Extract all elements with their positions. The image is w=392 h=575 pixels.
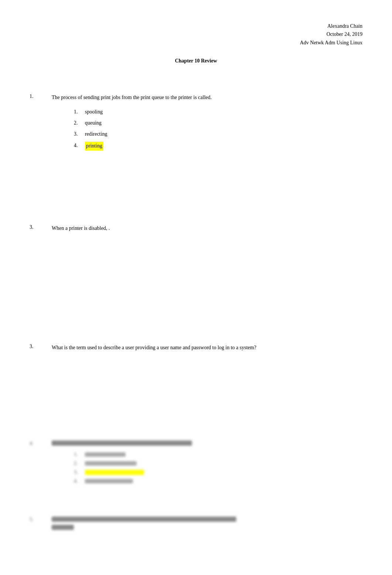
question-3a-text: When a printer is disabled, . <box>52 224 362 232</box>
answer-1-1: 1. spooling <box>74 108 362 116</box>
course: Adv Netwk Adm Using Linux <box>30 39 362 47</box>
question-1-number: 1. <box>30 93 52 102</box>
blurred-q5-text <box>52 517 236 522</box>
question-3b-block: 3. What is the term used to describe a u… <box>30 344 362 352</box>
question-3b-number: 3. <box>30 344 52 352</box>
date: October 24, 2019 <box>30 30 362 38</box>
blurred-ans-4-2 <box>85 461 137 466</box>
answer-1-3-text: redirecting <box>85 130 107 138</box>
author-name: Alexandra Chain <box>30 22 362 30</box>
blurred-q4-text <box>52 440 192 446</box>
page: Alexandra Chain October 24, 2019 Adv Net… <box>0 0 392 575</box>
question-3a-block: 3. When a printer is disabled, . <box>30 224 362 232</box>
answer-1-4-text: printing <box>85 142 103 150</box>
blurred-answer-list-4: 1. 2. 3. 4. <box>74 452 362 484</box>
answer-1-4-num: 4. <box>74 142 85 150</box>
question-3b-text: What is the term used to describe a user… <box>52 344 362 352</box>
question-3b-main: 3. What is the term used to describe a u… <box>30 344 362 352</box>
blurred-ans-4-4 <box>85 479 133 483</box>
question-1-main: 1. The process of sending print jobs fro… <box>30 93 362 102</box>
answer-1-3: 3. redirecting <box>74 130 362 138</box>
answer-list-1: 1. spooling 2. queuing 3. redirecting 4.… <box>74 108 362 151</box>
answer-1-1-text: spooling <box>85 108 103 116</box>
blurred-q5-num: 5. <box>30 517 52 523</box>
answer-1-2-text: queuing <box>85 119 102 127</box>
answer-1-1-num: 1. <box>74 108 85 116</box>
question-3a-number: 3. <box>30 224 52 232</box>
blurred-q5-text2 <box>52 525 74 530</box>
blurred-answer-4-1: 1. <box>74 452 362 457</box>
blurred-section-4: 4. 1. 2. 3. 4. <box>30 440 362 484</box>
question-1-block: 1. The process of sending print jobs fro… <box>30 93 362 150</box>
blurred-answer-4-3: 3. <box>74 469 362 475</box>
blurred-section-5: 5. <box>30 517 362 531</box>
blurred-answer-4-2: 2. <box>74 460 362 466</box>
question-3a-main: 3. When a printer is disabled, . <box>30 224 362 232</box>
blurred-q4-num: 4. <box>30 440 52 446</box>
blurred-answer-4-4: 4. <box>74 478 362 484</box>
page-title: Chapter 10 Review <box>30 58 362 64</box>
answer-1-3-num: 3. <box>74 130 85 138</box>
header-info: Alexandra Chain October 24, 2019 Adv Net… <box>30 22 362 47</box>
answer-1-2-num: 2. <box>74 119 85 127</box>
answer-1-4: 4. printing <box>74 142 362 150</box>
blurred-ans-4-3-highlighted <box>85 470 144 475</box>
answer-1-2: 2. queuing <box>74 119 362 127</box>
question-1-text: The process of sending print jobs from t… <box>52 93 362 102</box>
blurred-ans-4-1 <box>85 452 125 457</box>
